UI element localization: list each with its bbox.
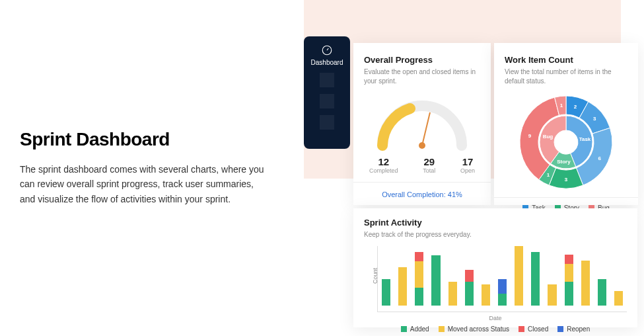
bar-segment [382, 279, 390, 306]
bar-segment [415, 261, 423, 288]
bar-segment [398, 267, 407, 306]
bar [398, 267, 407, 306]
page-title: Sprint Dashboard [20, 129, 271, 150]
dashboard-icon[interactable] [321, 44, 333, 59]
svg-text:3: 3 [565, 177, 568, 183]
bar-segment [515, 246, 523, 306]
closed-swatch [519, 326, 524, 332]
gauge-stats: 12Completed 29Total 17Open [369, 156, 475, 174]
activity-chart: Count [377, 246, 627, 312]
completed-label: Completed [369, 167, 398, 174]
page-description: The sprint dashboard comes with several … [20, 162, 271, 206]
svg-text:2: 2 [574, 104, 577, 110]
bar-segment [465, 270, 474, 282]
svg-text:3: 3 [593, 116, 596, 122]
legend-reopen: Reopen [567, 325, 590, 333]
svg-line-1 [422, 112, 430, 146]
bar-segment [565, 255, 573, 264]
bar-segment [548, 284, 556, 306]
overall-completion: Overall Completion: 41% [353, 182, 491, 206]
bar [498, 279, 507, 306]
sidebar-item-placeholder[interactable] [320, 94, 334, 108]
bar [614, 291, 623, 306]
svg-text:9: 9 [528, 133, 532, 139]
bar-segment [415, 252, 423, 261]
bar-segment [431, 255, 440, 306]
svg-text:1: 1 [560, 103, 563, 108]
legend-closed: Closed [528, 325, 548, 333]
moved-swatch [439, 326, 445, 332]
bar-segment [581, 261, 590, 306]
bar [515, 246, 523, 306]
card-subtitle: Keep track of the progress everyday. [364, 230, 627, 239]
card-subtitle: Evaluate the open and closed items in yo… [364, 67, 480, 86]
sidebar: Dashboard [304, 36, 350, 149]
legend-added: Added [410, 325, 429, 333]
bar-segment [482, 284, 490, 306]
sidebar-item-placeholder[interactable] [320, 115, 334, 130]
x-axis-label: Date [364, 315, 627, 321]
work-item-donut: 2363191TaskStoryBug [505, 93, 627, 192]
card-title: Overall Progress [364, 55, 480, 65]
svg-text:Task: Task [579, 136, 591, 142]
bar-segment [415, 288, 423, 306]
y-axis-label: Count [372, 268, 378, 284]
svg-point-2 [419, 142, 425, 149]
bar [581, 261, 590, 306]
completed-value: 12 [369, 156, 398, 167]
bar [565, 255, 573, 306]
overall-progress-card: Overall Progress Evaluate the open and c… [353, 43, 491, 205]
added-swatch [401, 326, 407, 332]
reopen-swatch [557, 326, 563, 332]
bar [415, 252, 423, 306]
bar [531, 252, 540, 306]
total-value: 29 [423, 156, 435, 167]
bar [465, 270, 474, 306]
bar-segment [598, 279, 606, 306]
total-label: Total [423, 167, 435, 174]
bar-segment [565, 264, 573, 282]
activity-legend: Added Moved across Status Closed Reopen [364, 325, 627, 333]
legend-moved: Moved across Status [448, 325, 509, 333]
bar [382, 279, 390, 306]
svg-text:1: 1 [547, 172, 550, 178]
svg-text:Story: Story [557, 159, 571, 165]
progress-gauge [369, 93, 475, 152]
svg-text:6: 6 [598, 155, 601, 161]
bar-segment [498, 294, 507, 306]
bar-segment [498, 279, 507, 294]
work-item-card: Work Item Count View the total number of… [494, 43, 638, 205]
svg-text:Bug: Bug [543, 134, 554, 140]
bar-segment [531, 252, 540, 306]
bar-segment [465, 282, 474, 306]
marketing-copy: Sprint Dashboard The sprint dashboard co… [20, 129, 271, 206]
sidebar-item-placeholder[interactable] [320, 73, 334, 87]
card-subtitle: View the total number of items in the de… [505, 67, 627, 86]
bar [598, 279, 606, 306]
card-title: Work Item Count [505, 55, 627, 65]
bar-segment [614, 291, 623, 306]
sprint-activity-card: Sprint Activity Keep track of the progre… [353, 208, 637, 327]
sidebar-item-dashboard[interactable]: Dashboard [311, 59, 343, 66]
bar [482, 284, 490, 306]
bar [448, 282, 457, 306]
bar-segment [565, 282, 573, 306]
open-value: 17 [460, 156, 475, 167]
card-title: Sprint Activity [364, 218, 627, 228]
bar [431, 255, 440, 306]
bar [548, 284, 556, 306]
open-label: Open [460, 167, 475, 174]
bar-segment [448, 282, 457, 306]
